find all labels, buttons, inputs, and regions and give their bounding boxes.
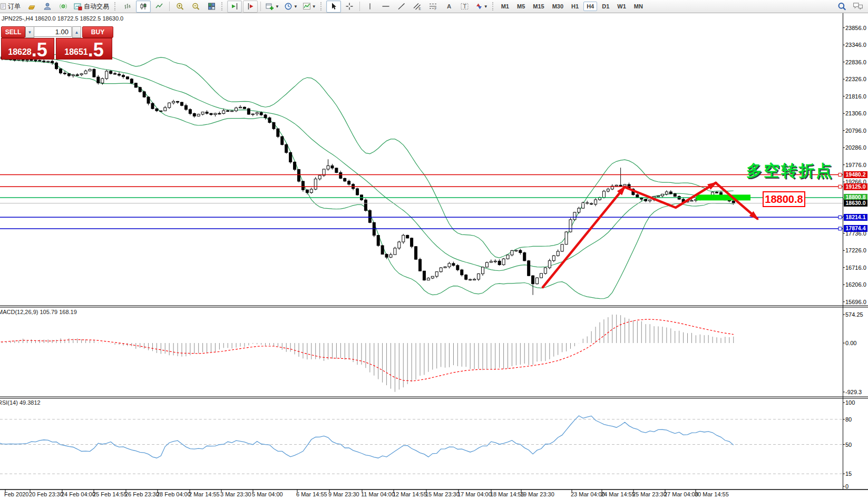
candle: [47, 61, 50, 62]
chart-shift-button[interactable]: [243, 1, 258, 13]
auto-scroll-button[interactable]: [227, 1, 242, 13]
svg-text:16716.0: 16716.0: [845, 265, 866, 271]
candle: [139, 87, 141, 92]
macd-signal-line: [0, 319, 734, 381]
candle: [523, 253, 526, 261]
line-handle[interactable]: [838, 227, 842, 230]
bar-chart-mode-button[interactable]: [120, 1, 135, 13]
tile-windows-button[interactable]: [204, 1, 219, 13]
candle: [268, 118, 271, 122]
timeframe-button-m5[interactable]: M5: [514, 2, 528, 11]
sell-price-display[interactable]: 18628.5: [1, 38, 54, 60]
support-zone-bar[interactable]: [696, 194, 750, 200]
time-axis-label: 17 Mar 04:00: [457, 491, 492, 497]
vertical-line-tool-button[interactable]: [363, 1, 377, 13]
buy-button[interactable]: BUY: [82, 26, 113, 38]
candle: [469, 279, 472, 280]
new-chart-dropdown-caret[interactable]: ▼: [275, 4, 279, 9]
rsi-indicator-label: RSI(14) 49.3812: [0, 399, 41, 406]
crosshair-tool-button[interactable]: [342, 1, 357, 13]
indicators-dropdown-caret[interactable]: ▼: [312, 4, 316, 9]
market-depth-button[interactable]: [24, 1, 39, 13]
fibonacci-tool-button[interactable]: F: [426, 1, 441, 13]
periods-button[interactable]: ▼: [282, 1, 299, 13]
price-tag-box[interactable]: 18800.8: [763, 191, 805, 207]
horizontal-line-objects[interactable]: [0, 173, 843, 230]
candle: [481, 267, 484, 274]
search-icon[interactable]: [837, 2, 847, 11]
signals-button[interactable]: [56, 1, 71, 13]
volume-input[interactable]: 1.00: [34, 26, 72, 37]
price-chip-18630: 18630.0: [844, 200, 867, 207]
toolbar-separator: [260, 2, 261, 11]
zoom-in-button[interactable]: [172, 1, 187, 13]
text-tool-button[interactable]: A: [442, 1, 456, 13]
timeframe-button-w1[interactable]: W1: [614, 2, 629, 11]
candle-chart-mode-button[interactable]: [136, 1, 151, 13]
time-axis-label: 20 Feb 23:30: [29, 491, 63, 497]
candle: [532, 276, 534, 283]
clock-icon: [284, 2, 293, 11]
timeframe-button-m15[interactable]: M15: [530, 2, 547, 11]
turning-point-annotation[interactable]: 多空转折点: [746, 160, 833, 182]
volume-decrease-button[interactable]: ▼: [25, 26, 34, 38]
toolbar-grip[interactable]: [320, 2, 324, 11]
chat-icon[interactable]: [852, 2, 864, 11]
candle: [502, 259, 505, 265]
candle: [661, 194, 664, 195]
arrows-tool-button[interactable]: ▼: [473, 1, 490, 13]
gold-icon: [27, 2, 36, 11]
trendline-tool-button[interactable]: [394, 1, 409, 13]
line-handle[interactable]: [838, 185, 842, 188]
candle: [122, 75, 124, 77]
time-axis-label: 25 Feb 14:55: [93, 491, 127, 497]
symbol-ohlc-line: JPN225-,H4 18620.0 18722.5 18522.5 18630…: [2, 15, 123, 22]
accounts-button[interactable]: [40, 1, 55, 13]
trendline-icon: [397, 2, 406, 11]
tile-windows-icon: [207, 2, 216, 11]
line-chart-mode-button[interactable]: [152, 1, 167, 13]
timeframe-button-h1[interactable]: H1: [568, 2, 582, 11]
timeframe-button-m30[interactable]: M30: [549, 2, 567, 11]
horizontal-line-tool-button[interactable]: [378, 1, 393, 13]
candle: [607, 189, 609, 191]
toolbar-grip[interactable]: [114, 2, 118, 11]
candle: [114, 73, 116, 74]
buy-price-display[interactable]: 18651.5: [56, 38, 112, 60]
candle: [573, 212, 576, 220]
time-axis-label: 15 Mar 23:30: [425, 491, 460, 497]
candle: [197, 114, 200, 116]
line-handle[interactable]: [838, 216, 842, 219]
indicators-button[interactable]: ▼: [300, 1, 318, 13]
new-chart-button[interactable]: ▼: [264, 1, 281, 13]
volume-increase-button[interactable]: ▲: [72, 26, 81, 38]
new-order-button[interactable]: 订单: [0, 1, 23, 13]
candle: [669, 192, 672, 194]
zoom-out-button[interactable]: [188, 1, 203, 13]
cursor-tool-button[interactable]: [326, 1, 341, 13]
toolbar-grip[interactable]: [492, 2, 495, 11]
candle: [557, 251, 559, 256]
timeframe-button-mn[interactable]: MN: [631, 2, 646, 11]
candle: [578, 208, 580, 212]
candle: [456, 266, 459, 270]
chart-canvas[interactable]: 23856.023346.022836.022326.021816.021306…: [0, 0, 868, 499]
zoom-in-icon: [175, 2, 184, 11]
channel-tool-button[interactable]: E: [410, 1, 425, 13]
candle: [235, 108, 238, 111]
candle: [72, 75, 74, 76]
label-tool-button[interactable]: T: [457, 1, 472, 13]
periods-dropdown-caret[interactable]: ▼: [294, 4, 298, 9]
candle: [716, 192, 718, 193]
candle: [511, 251, 513, 255]
timeframe-button-m1[interactable]: M1: [498, 2, 512, 11]
sell-button[interactable]: SELL: [1, 26, 25, 38]
autotrading-button[interactable]: 自动交易: [72, 1, 112, 13]
svg-text:-929.3: -929.3: [845, 389, 862, 395]
timeframe-button-d1[interactable]: D1: [599, 2, 612, 11]
arrows-dropdown-caret[interactable]: ▼: [484, 4, 488, 9]
svg-text:15696.0: 15696.0: [845, 299, 866, 305]
toolbar-grip[interactable]: [221, 2, 225, 11]
line-handle[interactable]: [838, 173, 842, 177]
timeframe-button-h4[interactable]: H4: [583, 2, 597, 11]
